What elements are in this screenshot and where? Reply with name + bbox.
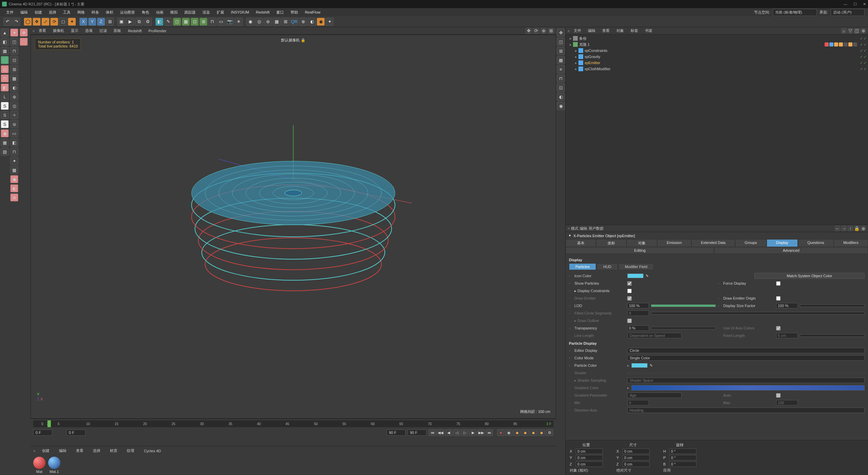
menu-extensions[interactable]: 扩展 bbox=[214, 9, 227, 16]
palette-3[interactable]: ⊓ bbox=[10, 47, 18, 55]
palette-16[interactable]: ▦ bbox=[10, 166, 18, 174]
point-mode[interactable]: ⊡ bbox=[1, 65, 9, 73]
menu-help[interactable]: 帮助 bbox=[288, 9, 301, 16]
maximize-button[interactable]: ☐ bbox=[853, 2, 857, 6]
render-view[interactable]: ▣ bbox=[117, 18, 125, 26]
redo-button[interactable]: ↷ bbox=[12, 18, 20, 26]
editor-display-select[interactable]: Circle bbox=[627, 348, 865, 353]
om-filter-icon[interactable]: ▽ bbox=[848, 28, 853, 34]
xray[interactable]: ▨ bbox=[1, 148, 9, 156]
tab-emission[interactable]: Emission bbox=[657, 239, 691, 247]
lod-value[interactable]: 100 % bbox=[627, 303, 649, 308]
key-opts[interactable]: ⚙ bbox=[546, 429, 553, 436]
palette-2[interactable]: ◫ bbox=[10, 38, 18, 46]
palette-10[interactable]: ✧ bbox=[10, 111, 18, 119]
material-item[interactable]: Mat bbox=[33, 457, 45, 474]
rot-p[interactable]: 0 ° bbox=[669, 455, 696, 460]
generator-extrude[interactable]: ▦ bbox=[182, 18, 190, 26]
transparency-slider[interactable] bbox=[651, 327, 716, 329]
mat-menu-select[interactable]: 选择 bbox=[90, 448, 103, 454]
goto-start[interactable]: ⏮ bbox=[429, 429, 436, 436]
color-mode-select[interactable]: Single Color bbox=[627, 355, 865, 361]
attr-nav-up[interactable]: ↑ bbox=[848, 226, 853, 231]
rp-icon-9[interactable]: ◉ bbox=[557, 102, 565, 110]
view-menu-view[interactable]: 查看 bbox=[36, 27, 49, 34]
primitive-cube[interactable]: ◧ bbox=[155, 18, 163, 26]
tab-groups[interactable]: Groups bbox=[735, 239, 766, 247]
generator-array[interactable]: ⊞ bbox=[199, 18, 208, 26]
tab-basic[interactable]: 基本 bbox=[566, 239, 596, 247]
tab-extended[interactable]: Extended Data bbox=[691, 239, 735, 247]
pos-z[interactable]: 0 cm bbox=[576, 461, 603, 467]
y-axis[interactable]: Y bbox=[88, 18, 96, 26]
record-button[interactable]: ● bbox=[497, 429, 505, 436]
tab-editing[interactable]: Editing bbox=[566, 247, 714, 254]
palette-15[interactable]: ✦ bbox=[10, 157, 18, 165]
palette-21[interactable]: ⬚ bbox=[20, 38, 28, 46]
mat-menu-view[interactable]: 查看 bbox=[73, 448, 86, 454]
viewport-nav-3[interactable]: ⊕ bbox=[540, 28, 547, 34]
uv-mode[interactable]: L bbox=[1, 93, 9, 101]
view-menu-options[interactable]: 选项 bbox=[82, 27, 95, 34]
om-menu-bookmarks[interactable]: 书签 bbox=[642, 27, 655, 34]
display-size-slider[interactable] bbox=[800, 304, 865, 307]
palette-1[interactable]: ✦ bbox=[10, 28, 18, 37]
xp-btn-8[interactable]: ◐ bbox=[308, 18, 316, 26]
om-view-icon[interactable]: ◫ bbox=[854, 28, 860, 34]
environment-floor[interactable]: ▭ bbox=[217, 18, 225, 26]
close-button[interactable]: ✕ bbox=[863, 2, 866, 6]
generator-cloner[interactable]: ⊡ bbox=[191, 18, 199, 26]
menu-file[interactable]: 文件 bbox=[3, 9, 16, 16]
rotate-tool[interactable]: ⟳ bbox=[50, 18, 58, 26]
xp-btn-4[interactable]: ▦ bbox=[273, 18, 281, 26]
rot-h[interactable]: 0 ° bbox=[669, 449, 696, 454]
rp-icon-6[interactable]: ⊓ bbox=[557, 74, 565, 82]
attr-lock-icon[interactable]: 🔒 bbox=[854, 226, 860, 231]
menu-edit[interactable]: 编辑 bbox=[18, 9, 31, 16]
om-item[interactable]: ▸xpGravity✓✓ bbox=[567, 54, 867, 60]
object-manager-tree[interactable]: ▸备份✓✓▸克隆.1✓✓▸xpConstraints✓✓▸xpGravity✓✓… bbox=[566, 35, 868, 225]
edge-mode[interactable]: ⊓ bbox=[1, 74, 9, 82]
light-object[interactable]: ☀ bbox=[235, 18, 243, 26]
eyedropper-icon[interactable]: ✎ bbox=[650, 363, 653, 368]
picture-viewer[interactable]: ⧉ bbox=[135, 18, 143, 26]
tab-coord[interactable]: 坐标 bbox=[596, 239, 627, 247]
menu-tracker[interactable]: 跟踪器 bbox=[182, 9, 198, 16]
rp-icon-2[interactable]: ◫ bbox=[557, 38, 565, 46]
xp-btn-6[interactable]: QR bbox=[290, 18, 298, 26]
menu-mograph[interactable]: 运动图形 bbox=[117, 9, 138, 16]
eyedropper-icon[interactable]: ✎ bbox=[646, 274, 649, 278]
menu-mesh[interactable]: 网格 bbox=[75, 9, 87, 16]
size-x[interactable]: 0 cm bbox=[623, 449, 650, 454]
menu-character[interactable]: 角色 bbox=[139, 9, 152, 16]
palette-19[interactable]: ⊕ bbox=[10, 193, 18, 202]
menu-insydium[interactable]: INSYDIUM bbox=[228, 10, 252, 15]
menu-redshift[interactable]: Redshift bbox=[253, 10, 272, 15]
menu-animate[interactable]: 动画 bbox=[153, 9, 166, 16]
menu-render[interactable]: 渲染 bbox=[200, 9, 213, 16]
force-display-check[interactable] bbox=[776, 281, 781, 286]
show-particles-check[interactable] bbox=[627, 281, 632, 286]
attr-nav-back[interactable]: ← bbox=[835, 226, 840, 231]
particle-color-swatch[interactable] bbox=[631, 363, 648, 368]
view-menu-prorender[interactable]: ProRender bbox=[146, 28, 169, 34]
play-backward[interactable]: ◁ bbox=[453, 429, 460, 436]
menu-simulate[interactable]: 模拟 bbox=[167, 9, 180, 16]
key-s[interactable]: ◆ bbox=[521, 429, 529, 436]
viewport[interactable]: Number of emitters: 1 Total live particl… bbox=[31, 35, 556, 419]
deformer-bend[interactable]: ⊓ bbox=[208, 18, 216, 26]
palette-5[interactable]: ⊞ bbox=[10, 65, 18, 73]
palette-17[interactable]: ◉ bbox=[10, 175, 18, 183]
tab-object[interactable]: 对象 bbox=[627, 239, 657, 247]
mat-menu-edit[interactable]: 编辑 bbox=[56, 448, 69, 454]
om-pin-icon[interactable]: ⊕ bbox=[861, 28, 866, 34]
menu-create[interactable]: 创建 bbox=[32, 9, 45, 16]
mat-menu-cycles[interactable]: Cycles 4D bbox=[141, 448, 163, 454]
display-constraints-check[interactable] bbox=[627, 289, 632, 293]
snap-1[interactable]: S bbox=[1, 102, 9, 110]
view-menu-filter[interactable]: 过滤 bbox=[97, 27, 110, 34]
om-menu-file[interactable]: 文件 bbox=[571, 27, 584, 34]
om-menu-tags[interactable]: 标签 bbox=[628, 27, 641, 34]
timeline-start[interactable]: 0 F bbox=[33, 430, 52, 436]
xp-btn-10[interactable]: ✦ bbox=[326, 18, 334, 26]
